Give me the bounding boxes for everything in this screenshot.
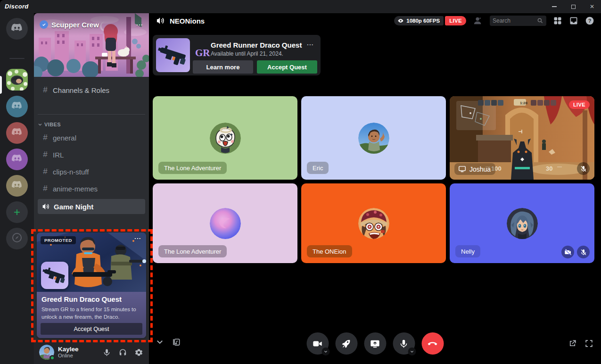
participant-tile-oneion[interactable]: The ONEion (301, 183, 446, 263)
hang-up-icon (427, 338, 438, 349)
members-icon[interactable] (473, 16, 483, 26)
avatar (210, 123, 241, 154)
server-name[interactable]: Scupper Crew (51, 21, 133, 29)
deafen-button[interactable] (116, 346, 129, 359)
muted-indicator (577, 246, 590, 258)
screen-share-button[interactable] (364, 332, 386, 355)
channel-anime-memes[interactable]: # anime-memes (38, 181, 145, 196)
selected-server-indicator (0, 76, 2, 94)
channel-general[interactable]: # general (38, 130, 145, 145)
user-status: Online (58, 353, 79, 359)
collapse-chevron-button[interactable] (155, 337, 165, 347)
user-chip[interactable]: Kaylee Online (38, 343, 100, 361)
quest-subtitle: Available until April 21, 2024. (211, 50, 283, 57)
discord-wordmark: Discord (5, 3, 29, 10)
quest-title: Greed Runner Draco Quest (211, 41, 302, 49)
inbox-icon[interactable] (569, 16, 578, 25)
sidebar-divider (38, 114, 145, 115)
eye-icon (397, 17, 404, 24)
microphone-options-chevron[interactable] (408, 347, 416, 356)
compass-icon (11, 232, 23, 245)
search-box (490, 16, 546, 26)
apps-grid-icon[interactable] (553, 16, 562, 25)
rocket-icon (341, 339, 352, 349)
hash-icon: # (41, 184, 49, 193)
discord-logo-icon (10, 21, 24, 36)
server-more-icon[interactable]: ••• (137, 23, 143, 27)
search-input[interactable] (493, 17, 537, 24)
participant-name: The ONEion (313, 248, 346, 255)
channel-label: clips-n-stuff (53, 168, 89, 176)
titlebar: Discord ✕ (0, 0, 601, 13)
server-icon-3[interactable] (6, 149, 28, 170)
mute-microphone-button[interactable] (100, 346, 113, 359)
hash-icon: # (41, 133, 49, 142)
learn-more-button[interactable]: Learn more (193, 60, 253, 74)
minimize-button[interactable] (549, 1, 560, 12)
speaker-icon (41, 202, 50, 211)
microphone-icon (102, 348, 111, 357)
participant-name: The Lone Adventurer (164, 165, 221, 172)
channel-clips-n-stuff[interactable]: # clips-n-stuff (38, 164, 145, 179)
help-icon[interactable]: ? (585, 16, 594, 25)
accept-quest-button[interactable]: Accept Quest (257, 60, 317, 74)
participant-name: Joshua (469, 165, 491, 173)
quest-card-more-icon[interactable]: ••• (135, 236, 141, 240)
participant-tile-lone-adventurer-1[interactable]: The Lone Adventurer (153, 96, 297, 180)
stream-quality-pill[interactable]: 1080p 60FPS LIVE (394, 16, 466, 25)
server-icon-4[interactable] (6, 175, 28, 197)
gear-icon (134, 348, 143, 357)
server-banner[interactable]: Scupper Crew ••• (34, 13, 149, 77)
fullscreen-button[interactable] (585, 339, 593, 348)
browse-channels-icon: # (41, 85, 49, 95)
category-vibes[interactable]: VIBES (38, 122, 61, 127)
discord-logo-icon (11, 152, 23, 166)
promoted-quest-card[interactable]: PROMOTED ••• Greed Ru (37, 232, 146, 338)
explore-servers-button[interactable] (6, 228, 28, 249)
quest-card-accept-button[interactable]: Accept Quest (41, 323, 142, 335)
participant-name: The Lone Adventurer (164, 248, 221, 255)
server-avatar-flower-field (6, 69, 28, 91)
participant-tile-joshua-stream[interactable]: 1:28 100 30 LIVE Joshua (450, 96, 594, 180)
soundboard-button[interactable] (171, 337, 181, 347)
server-icon-2[interactable] (6, 122, 28, 144)
disconnect-button[interactable] (421, 332, 444, 355)
participant-name-tag: The Lone Adventurer (158, 162, 227, 174)
promoted-badge: PROMOTED (41, 236, 76, 244)
participant-tile-nelly[interactable]: Nelly (450, 183, 594, 263)
avatar (507, 208, 538, 239)
channel-sidebar: Scupper Crew ••• # Channels & Roles VIBE… (34, 13, 149, 364)
quest-game-logo: GR (195, 47, 210, 59)
camera-options-chevron[interactable] (321, 347, 329, 356)
speaker-icon (156, 16, 165, 25)
call-controls (306, 332, 444, 355)
home-button[interactable] (6, 18, 28, 40)
camera-button[interactable] (306, 332, 329, 355)
popout-button[interactable] (568, 339, 577, 348)
activities-button[interactable] (335, 332, 357, 355)
maximize-button[interactable] (568, 1, 578, 12)
close-button[interactable]: ✕ (587, 1, 597, 12)
community-badge-icon (40, 20, 48, 29)
participant-name-tag: Eric (307, 162, 329, 174)
headphones-icon (118, 348, 127, 357)
quest-card-description: Stream GR to a friend for 15 minutes to … (41, 306, 141, 321)
participant-tile-eric[interactable]: Eric (301, 96, 446, 180)
channel-label: anime-memes (53, 185, 98, 193)
server-icon-selected[interactable] (6, 69, 28, 91)
avatar (210, 208, 241, 239)
user-settings-button[interactable] (132, 346, 145, 359)
channels-roles-label: Channels & Roles (53, 86, 109, 94)
channel-irl[interactable]: # IRL (38, 147, 145, 162)
quest-more-icon[interactable]: ••• (307, 42, 314, 47)
channel-title: NEONions (170, 17, 205, 25)
server-icon-1[interactable] (6, 96, 28, 117)
voice-channel-game-night[interactable]: Game Night (38, 199, 145, 214)
channels-and-roles-item[interactable]: # Channels & Roles (38, 83, 145, 98)
stream-quality-label: 1080p 60FPS (406, 18, 440, 24)
microphone-button[interactable] (393, 332, 415, 355)
muted-indicator (577, 162, 590, 175)
participant-name-tag: The Lone Adventurer (158, 245, 227, 257)
participant-tile-lone-adventurer-2[interactable]: The Lone Adventurer (153, 183, 297, 263)
add-server-button[interactable]: + (6, 201, 28, 223)
